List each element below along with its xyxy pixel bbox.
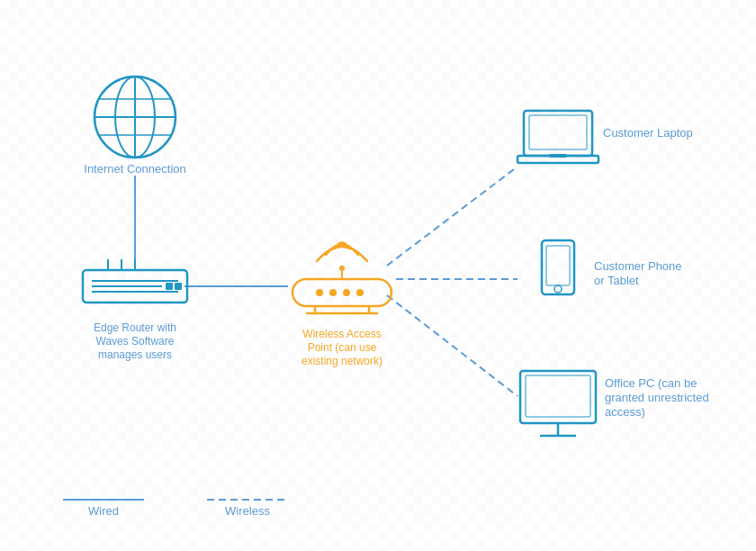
svg-rect-16 — [175, 283, 182, 290]
svg-point-24 — [329, 289, 337, 296]
svg-text:Internet Connection: Internet Connection — [84, 162, 185, 176]
svg-rect-33 — [549, 154, 567, 158]
svg-text:Wireless: Wireless — [225, 504, 270, 518]
svg-text:or Tablet: or Tablet — [594, 274, 639, 287]
svg-point-23 — [316, 289, 323, 296]
svg-rect-35 — [546, 246, 570, 285]
svg-text:Point (can use: Point (can use — [308, 341, 377, 354]
svg-rect-38 — [526, 375, 590, 417]
svg-line-4 — [387, 295, 518, 396]
svg-text:Customer Phone: Customer Phone — [594, 259, 682, 273]
svg-text:Edge Router with: Edge Router with — [94, 321, 176, 334]
svg-text:Office PC (can be: Office PC (can be — [605, 376, 697, 390]
svg-text:granted unrestricted: granted unrestricted — [605, 391, 709, 404]
svg-text:access): access) — [605, 405, 645, 419]
svg-rect-22 — [292, 279, 392, 306]
svg-point-26 — [356, 289, 364, 296]
svg-text:Wired: Wired — [88, 504, 119, 518]
svg-point-36 — [554, 285, 562, 293]
network-diagram-svg: Internet Connection Edge Router with Wav… — [0, 0, 756, 551]
svg-line-2 — [387, 167, 518, 266]
svg-text:existing network): existing network) — [302, 355, 382, 367]
svg-text:Waves Software: Waves Software — [96, 335, 175, 348]
svg-text:Customer Laptop: Customer Laptop — [603, 126, 693, 140]
svg-point-20 — [339, 266, 345, 271]
svg-point-25 — [343, 289, 350, 296]
svg-rect-15 — [166, 283, 173, 290]
svg-rect-31 — [529, 115, 587, 149]
svg-rect-37 — [520, 371, 596, 423]
svg-text:manages users: manages users — [98, 348, 172, 361]
diagram-container: Internet Connection Edge Router with Wav… — [0, 0, 756, 551]
svg-text:Wireless Access: Wireless Access — [302, 328, 381, 340]
